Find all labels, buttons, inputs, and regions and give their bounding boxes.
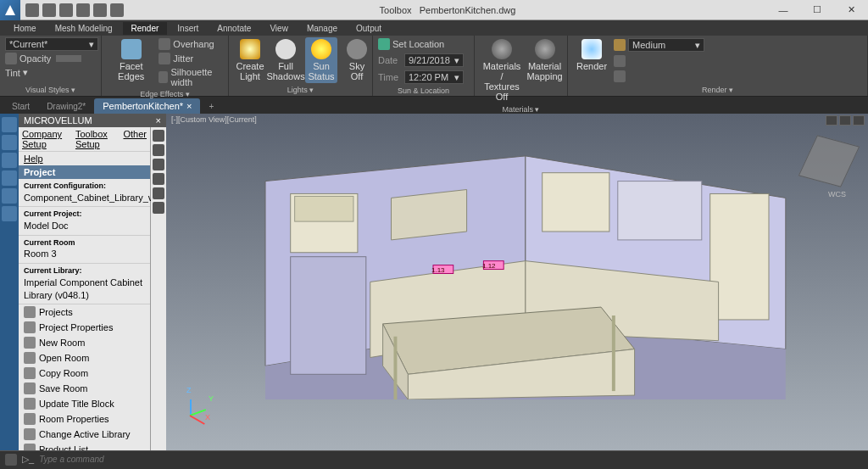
maximize-button[interactable]: ☐ [800, 0, 834, 20]
qat-undo-icon[interactable] [76, 3, 90, 17]
pencil-icon[interactable] [153, 187, 164, 199]
sun-status-button[interactable]: Sun Status [305, 37, 337, 83]
overhang-row[interactable]: Overhang [159, 37, 223, 51]
palette-close-icon[interactable]: × [156, 115, 161, 126]
panel-materials-label[interactable]: Materials ▾ [480, 103, 562, 114]
tree-project-properties[interactable]: Project Properties [19, 320, 150, 335]
plus-icon [24, 337, 36, 349]
tab-render[interactable]: Render [123, 22, 168, 35]
set-location-button[interactable]: Set Location [378, 37, 444, 51]
teapot-icon [614, 39, 626, 51]
tree-product-list[interactable]: Product List [19, 442, 150, 450]
strip-help-icon[interactable] [2, 117, 17, 132]
close-icon[interactable]: × [186, 101, 192, 111]
close-button[interactable]: ✕ [834, 0, 868, 20]
svg-rect-6 [291, 257, 366, 375]
minimize-button[interactable]: — [766, 0, 800, 20]
ribbon: *Current*▾ Opacity Tint▾ Visual Styles ▾… [0, 36, 868, 97]
facet-edges-button[interactable]: Facet Edges [107, 37, 155, 83]
cmd-history-icon[interactable] [5, 454, 17, 466]
menu-other[interactable]: Other [123, 129, 147, 149]
render-tool3[interactable] [614, 70, 704, 83]
qat-new-icon[interactable] [25, 3, 39, 17]
tree-projects[interactable]: Projects [19, 304, 150, 320]
palette-side-icons [151, 127, 166, 450]
opacity-row[interactable]: Opacity [5, 52, 81, 65]
qat-print-icon[interactable] [110, 3, 124, 17]
panel-lights-label[interactable]: Lights ▾ [234, 84, 367, 94]
window-title: Toolbox PembertonKitchen.dwg [129, 5, 766, 15]
vp-close-icon[interactable] [853, 115, 865, 126]
panel-visual-styles-label[interactable]: Visual Styles ▾ [5, 84, 96, 94]
tree-update-title-block[interactable]: Update Title Block [19, 396, 150, 411]
strip-camera-icon[interactable] [2, 188, 17, 204]
tree-save-room[interactable]: Save Room [19, 381, 150, 396]
qat-save-icon[interactable] [59, 3, 73, 17]
tree-copy-room[interactable]: Copy Room [19, 366, 150, 381]
room-props-icon [24, 413, 36, 425]
doctab-pemberton[interactable]: PembertonKitchen*× [94, 98, 200, 114]
viewport-label[interactable]: [-][Custom View][Current] [171, 115, 257, 124]
tab-mesh-modeling[interactable]: Mesh Modeling [47, 22, 121, 35]
menu-toolbox-setup[interactable]: Toolbox Setup [75, 129, 117, 149]
full-shadows-button[interactable]: Full Shadows [270, 37, 302, 83]
render-button[interactable]: Render [573, 37, 610, 73]
render-icon2 [614, 55, 626, 67]
tree-room-properties[interactable]: Room Properties [19, 411, 150, 427]
material-mapping-button[interactable]: Material Mapping [527, 37, 562, 83]
menu-company-setup[interactable]: Company Setup [22, 129, 69, 149]
gear2-icon[interactable] [153, 144, 164, 156]
tree-change-library[interactable]: Change Active Library [19, 427, 150, 442]
side-icon3[interactable] [153, 159, 164, 170]
doctab-drawing2[interactable]: Drawing2* [38, 99, 94, 114]
app-logo[interactable] [0, 0, 20, 20]
strip-spiral-icon[interactable] [2, 153, 17, 168]
vp-minimize-icon[interactable] [826, 115, 837, 126]
tab-annotate[interactable]: Annotate [209, 22, 259, 35]
document-tabs: Start Drawing2* PembertonKitchen*× + [0, 97, 868, 114]
ucs-axis-icon: Z Y X [183, 391, 217, 425]
doctab-start[interactable]: Start [3, 99, 38, 114]
palette-top-menu: Company Setup Toolbox Setup Other [19, 127, 150, 152]
strip-doc-icon[interactable] [2, 170, 17, 186]
tab-output[interactable]: Output [348, 22, 390, 35]
tree-new-room[interactable]: New Room [19, 335, 150, 350]
render-tool2[interactable] [614, 54, 704, 68]
gear-icon[interactable] [153, 130, 164, 142]
tab-view[interactable]: View [261, 22, 297, 35]
cmd-prompt-icon: ▷_ [22, 454, 34, 465]
sky-off-button[interactable]: Sky Off [341, 37, 373, 83]
side-icon4[interactable] [153, 173, 164, 185]
svg-rect-8 [542, 173, 609, 232]
tab-insert[interactable]: Insert [169, 22, 207, 35]
tab-manage[interactable]: Manage [298, 22, 346, 35]
palette-header: MICROVELLUM× [19, 114, 166, 127]
menu-help[interactable]: Help [19, 152, 150, 165]
command-input[interactable] [39, 455, 209, 464]
strip-edit-icon[interactable] [2, 135, 17, 150]
wrench-icon[interactable] [153, 202, 164, 214]
visual-style-combo[interactable]: *Current*▾ [5, 37, 98, 51]
time-input[interactable]: 12:20 PM▾ [404, 70, 464, 84]
qat-open-icon[interactable] [42, 3, 56, 17]
svg-marker-7 [392, 190, 467, 240]
silhouette-row[interactable]: Silhouette width [159, 66, 223, 88]
doctab-add[interactable]: + [200, 99, 222, 114]
panel-render-label[interactable]: Render ▾ [573, 84, 862, 94]
qat-redo-icon[interactable] [93, 3, 107, 17]
create-light-button[interactable]: Create Light [234, 37, 266, 83]
render-quality-combo[interactable]: Medium▾ [628, 38, 704, 52]
properties-icon [24, 321, 36, 333]
viewport[interactable]: [-][Custom View][Current] WCS [166, 114, 868, 450]
vp-restore-icon[interactable] [839, 115, 851, 126]
tree-open-room[interactable]: Open Room [19, 350, 150, 366]
tab-home[interactable]: Home [5, 22, 45, 35]
date-input[interactable]: 9/21/2018▾ [404, 53, 464, 67]
svg-marker-0 [5, 5, 15, 15]
svg-rect-9 [618, 181, 702, 240]
jitter-row[interactable]: Jitter [159, 52, 223, 65]
tint-row[interactable]: Tint▾ [5, 66, 28, 79]
strip-support-icon[interactable] [2, 206, 17, 221]
materials-button[interactable]: Materials / Textures Off [480, 37, 524, 103]
panel-edge-effects-label[interactable]: Edge Effects ▾ [107, 88, 223, 98]
